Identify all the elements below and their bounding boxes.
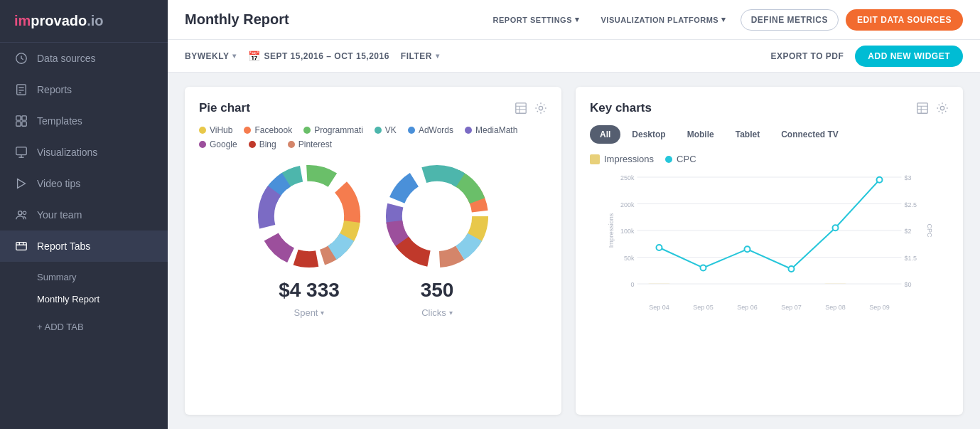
table-icon[interactable]: [916, 102, 929, 115]
sidebar-add-tab[interactable]: + ADD TAB: [0, 314, 168, 339]
svg-text:Sep 07: Sep 07: [781, 304, 802, 311]
svg-rect-8: [22, 122, 26, 126]
settings-icon[interactable]: [534, 102, 547, 115]
templates-icon: [14, 114, 28, 128]
legend-label: Google: [210, 139, 237, 149]
chevron-down-icon: ▾: [436, 52, 440, 60]
settings-icon[interactable]: [936, 102, 949, 115]
legend-item: AdWords: [408, 125, 453, 135]
legend-item: Bing: [249, 139, 276, 149]
sidebar-item-your-team[interactable]: Your team: [0, 199, 168, 231]
key-chart-tabs: AllDesktopMobileTabletConnected TV: [590, 125, 949, 144]
topbar: Monthly Report REPORT SETTINGS ▾ VISUALI…: [168, 0, 980, 40]
line-dot: [833, 225, 839, 231]
key-widget-header: Key charts: [590, 101, 949, 115]
svg-text:Sep 09: Sep 09: [869, 304, 890, 311]
key-widget-title: Key charts: [590, 101, 652, 115]
define-metrics-button[interactable]: DEFINE METRICS: [741, 9, 839, 31]
sidebar-item-label-your-team: Your team: [37, 209, 82, 221]
svg-point-13: [18, 211, 22, 215]
data-sources-icon: [14, 51, 28, 65]
key-bar-line-chart: 250k200k100k50k0$3$2.5$2$1.5$0Impression…: [590, 170, 949, 312]
key-legend-item: CPC: [665, 154, 696, 164]
tab-tablet[interactable]: Tablet: [726, 125, 770, 144]
logo-im: im: [14, 13, 31, 28]
sidebar-sub-label-monthly-report: Monthly Report: [37, 294, 99, 304]
svg-text:Sep 04: Sep 04: [649, 304, 669, 311]
sidebar-item-label-reports: Reports: [37, 84, 72, 95]
visualization-platforms-button[interactable]: VISUALIZATION PLATFORMS ▾: [594, 10, 733, 29]
tab-mobile[interactable]: Mobile: [677, 125, 724, 144]
date-range-filter[interactable]: 📅 SEPT 15,2016 – OCT 15,2016: [248, 51, 389, 62]
sidebar-item-video-tips[interactable]: Video tips: [0, 168, 168, 199]
legend-label: MediaMath: [475, 125, 517, 135]
sidebar-item-label-report-tabs: Report Tabs: [37, 240, 90, 252]
bywekly-filter[interactable]: BYWEKLY ▾: [185, 51, 237, 61]
sidebar-logo: improvado.io: [0, 0, 168, 43]
sidebar-item-reports[interactable]: Reports: [0, 74, 168, 105]
report-settings-button[interactable]: REPORT SETTINGS ▾: [486, 10, 587, 29]
svg-text:Impressions: Impressions: [608, 213, 615, 248]
sidebar-item-label-visualizations: Visualizations: [37, 147, 97, 158]
sidebar-sub-item-monthly-report[interactable]: Monthly Report: [37, 288, 168, 310]
svg-marker-12: [18, 179, 26, 189]
legend-item: Facebook: [244, 125, 292, 135]
svg-text:$2: $2: [905, 228, 912, 235]
line-chart: [659, 180, 880, 269]
sidebar-item-report-tabs[interactable]: Report Tabs: [0, 231, 168, 262]
filter-button[interactable]: FILTER ▾: [401, 51, 440, 61]
sidebar-item-visualizations[interactable]: Visualizations: [0, 137, 168, 168]
pie-widget-header: Pie chart: [199, 101, 547, 115]
chevron-down-icon: ▾: [721, 15, 726, 24]
sidebar-item-label-video-tips: Video tips: [37, 178, 80, 189]
legend-label: Facebook: [254, 125, 292, 135]
svg-text:$3: $3: [905, 174, 912, 181]
svg-point-23: [539, 106, 542, 110]
line-dot: [877, 177, 883, 183]
page-title: Monthly Report: [185, 11, 478, 28]
line-dot: [789, 266, 795, 272]
table-icon[interactable]: [515, 102, 527, 115]
sidebar-item-data-sources[interactable]: Data sources: [0, 43, 168, 74]
svg-text:Sep 08: Sep 08: [825, 304, 846, 311]
video-tips-icon: [14, 176, 28, 191]
svg-rect-6: [22, 116, 26, 120]
legend-item: VK: [375, 125, 397, 135]
export-pdf-button[interactable]: EXPORT TO PDF: [770, 51, 844, 61]
sidebar-navigation: Data sources Reports Templates Visualiza…: [0, 43, 168, 429]
key-legend-item: Impressions: [590, 154, 654, 164]
svg-text:Sep 06: Sep 06: [737, 304, 758, 311]
svg-point-25: [279, 186, 339, 246]
svg-point-14: [23, 211, 26, 215]
legend-dot: [408, 127, 415, 134]
legend-item: Programmati: [303, 125, 363, 135]
add-widget-button[interactable]: ADD NEW WIDGET: [855, 46, 963, 67]
report-tabs-icon: [14, 239, 28, 253]
legend-label: ViHub: [210, 125, 232, 135]
legend-item: Pinterest: [288, 139, 332, 149]
logo-io: .io: [87, 13, 103, 28]
legend-label: Pinterest: [298, 139, 332, 149]
filterbar: BYWEKLY ▾ 📅 SEPT 15,2016 – OCT 15,2016 F…: [168, 40, 980, 73]
svg-rect-15: [16, 243, 26, 250]
line-dot: [745, 246, 750, 252]
edit-data-sources-button[interactable]: EDIT DATA SOURCES: [846, 9, 963, 31]
svg-text:Sep 05: Sep 05: [693, 304, 714, 311]
legend-dot: [199, 141, 206, 148]
topbar-actions: REPORT SETTINGS ▾ VISUALIZATION PLATFORM…: [486, 9, 963, 31]
sidebar: improvado.io Data sources Reports Templa…: [0, 0, 168, 429]
legend-dot: [249, 141, 256, 148]
legend-dot: [375, 127, 382, 134]
svg-text:$1.5: $1.5: [905, 255, 917, 262]
tab-all[interactable]: All: [590, 125, 620, 144]
sidebar-item-templates[interactable]: Templates: [0, 105, 168, 137]
chevron-down-icon: ▾: [232, 52, 237, 60]
svg-rect-19: [516, 103, 526, 113]
tab-connected-tv[interactable]: Connected TV: [771, 125, 849, 144]
pie-charts-row: $4 333Spent ▾350Clicks ▾: [199, 159, 547, 318]
pie-widget-title: Pie chart: [199, 101, 250, 115]
svg-point-27: [407, 186, 467, 246]
tab-desktop[interactable]: Desktop: [622, 125, 675, 144]
your-team-icon: [14, 208, 28, 222]
sidebar-sub-item-summary[interactable]: Summary: [37, 266, 168, 288]
